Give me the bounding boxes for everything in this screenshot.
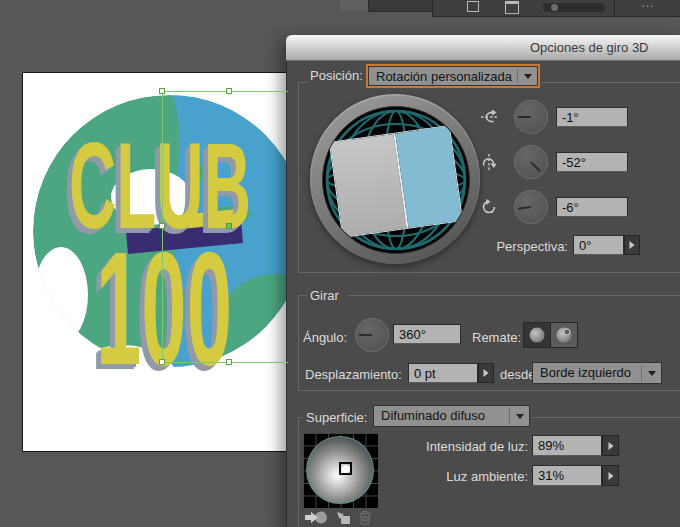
from-label: desde xyxy=(500,367,535,382)
trackball-widget[interactable] xyxy=(310,94,480,264)
rotate-x-dial[interactable] xyxy=(514,100,548,134)
trackball-object-plane[interactable] xyxy=(330,126,462,237)
edge-dropdown[interactable]: Borde izquierdo xyxy=(532,362,662,384)
selection-handle[interactable] xyxy=(159,223,165,229)
delete-light-button[interactable] xyxy=(358,510,372,525)
artboard-tool-icon[interactable] xyxy=(467,1,479,12)
position-label: Posición: xyxy=(310,68,363,83)
offset-stepper-button[interactable] xyxy=(478,363,494,383)
logo-line-100: 100 xyxy=(96,217,232,398)
move-light-back-button[interactable] xyxy=(304,510,328,525)
rotate-x-input[interactable] xyxy=(556,107,628,127)
app-window: … CLUB CLUB CLUB 100 1 xyxy=(0,0,680,527)
columns-icon[interactable] xyxy=(505,1,519,14)
trackball-sphere[interactable] xyxy=(322,106,470,254)
rotate-x-axis-icon xyxy=(480,108,498,126)
edge-dropdown-value: Borde izquierdo xyxy=(540,365,631,380)
perspective-stepper-button[interactable] xyxy=(624,235,640,255)
light-intensity-label: Intensidad de luz: xyxy=(406,439,528,454)
top-control-bar: … xyxy=(432,0,680,17)
light-intensity-stepper-button[interactable] xyxy=(602,435,619,456)
rotate-z-dial[interactable] xyxy=(514,190,548,224)
revolve-section-title: Girar xyxy=(307,288,342,303)
offset-input[interactable] xyxy=(408,363,478,383)
surface-dropdown-value: Difuminado difuso xyxy=(381,408,485,423)
surface-dropdown[interactable]: Difuminado difuso xyxy=(373,405,530,427)
perspective-input[interactable] xyxy=(573,235,624,255)
top-toolbar-fragment xyxy=(368,0,432,12)
toolbar-slider[interactable] xyxy=(543,3,605,12)
light-intensity-input[interactable] xyxy=(532,435,602,456)
selection-center-marker[interactable] xyxy=(226,223,232,229)
offset-label: Desplazamiento: xyxy=(305,367,402,382)
selection-handle[interactable] xyxy=(159,88,165,94)
selection-handle[interactable] xyxy=(226,88,232,94)
chevron-down-icon xyxy=(516,414,524,419)
rotate-y-dial[interactable] xyxy=(514,145,548,179)
cap-hollow-button[interactable] xyxy=(551,323,577,347)
new-light-button[interactable] xyxy=(336,511,351,525)
angle-input[interactable] xyxy=(393,324,461,344)
rotate-z-axis-icon xyxy=(480,198,498,216)
overflow-menu-icon[interactable]: … xyxy=(641,0,654,8)
rotate-z-input[interactable] xyxy=(556,197,628,217)
angle-label: Ángulo: xyxy=(303,330,347,345)
selection-handle[interactable] xyxy=(159,359,165,365)
surface-label: Superficie: xyxy=(303,410,370,425)
globe-logo-graphic: CLUB CLUB CLUB 100 100 100 xyxy=(23,73,288,451)
selection-handle[interactable] xyxy=(226,359,232,365)
dialog-title: Opciones de giro 3D xyxy=(530,40,649,55)
chevron-down-icon xyxy=(648,371,656,376)
cap-solid-button[interactable] xyxy=(524,323,550,347)
selection-edge-top xyxy=(162,91,288,92)
logo-text: CLUB CLUB CLUB 100 100 100 xyxy=(64,117,251,403)
cap-solid-icon xyxy=(530,328,545,343)
ambient-light-stepper-button[interactable] xyxy=(602,465,619,486)
artboard-canvas[interactable]: CLUB CLUB CLUB 100 100 100 xyxy=(22,72,289,452)
toolbar-divider xyxy=(614,0,615,17)
light-handle[interactable] xyxy=(339,462,352,475)
rotate-y-axis-icon xyxy=(480,153,498,171)
angle-dial[interactable] xyxy=(355,318,389,352)
slider-knob-icon[interactable] xyxy=(551,4,558,11)
cap-toggle-group xyxy=(523,322,578,348)
perspective-label: Perspectiva: xyxy=(484,239,568,254)
panel-tab-fragment xyxy=(340,0,368,10)
position-dropdown-value: Rotación personalizada xyxy=(376,69,512,84)
light-preview[interactable] xyxy=(303,433,378,508)
position-dropdown[interactable]: Rotación personalizada xyxy=(368,66,538,86)
dialog-titlebar[interactable]: Opciones de giro 3D xyxy=(286,35,680,61)
revolve-options-dialog: Opciones de giro 3D Posición: Rotación p… xyxy=(286,35,680,527)
selection-edge-bottom xyxy=(162,362,288,363)
ambient-light-input[interactable] xyxy=(532,465,602,486)
cap-hollow-icon xyxy=(557,328,572,343)
ambient-light-label: Luz ambiente: xyxy=(406,469,528,484)
chevron-down-icon xyxy=(524,74,532,79)
rotate-y-input[interactable] xyxy=(556,152,628,172)
position-dropdown-focus-ring: Rotación personalizada xyxy=(366,64,540,88)
cap-label: Remate: xyxy=(472,330,521,345)
